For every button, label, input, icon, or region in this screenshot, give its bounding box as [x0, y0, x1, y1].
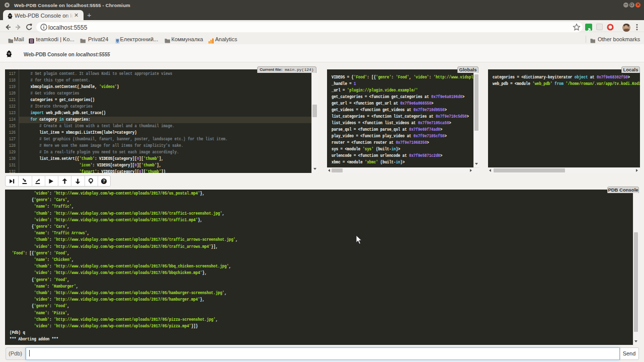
svg-text:?: ? — [103, 178, 105, 184]
